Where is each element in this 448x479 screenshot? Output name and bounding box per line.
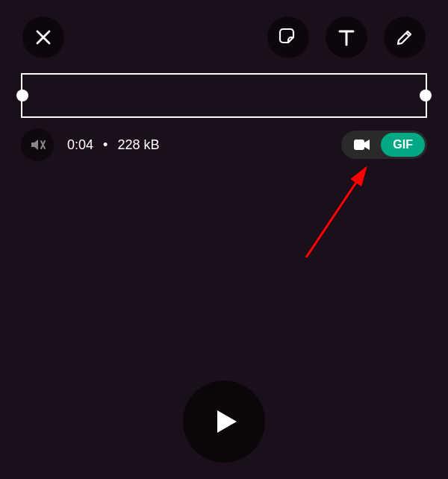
- top-toolbar: [0, 15, 448, 60]
- play-icon: [207, 404, 241, 439]
- svg-rect-0: [354, 140, 364, 150]
- duration-text: 0:04: [67, 137, 93, 152]
- svg-line-1: [306, 168, 366, 257]
- sticker-button[interactable]: [267, 16, 309, 58]
- toggle-video-option[interactable]: [343, 133, 381, 157]
- trim-handle-start[interactable]: [16, 90, 28, 101]
- video-icon: [354, 139, 370, 151]
- info-row: 0:04 • 228 kB GIF: [21, 128, 427, 161]
- close-icon: [34, 28, 52, 46]
- toggle-gif-option[interactable]: GIF: [381, 133, 425, 157]
- pencil-icon: [395, 28, 414, 47]
- gif-label: GIF: [393, 138, 413, 151]
- sticker-icon: [278, 27, 299, 48]
- text-tool-button[interactable]: [326, 16, 367, 58]
- filesize-text: 228 kB: [117, 137, 159, 152]
- annotation-arrow: [299, 160, 388, 265]
- mute-icon: [28, 136, 46, 154]
- meta-separator: •: [103, 137, 108, 152]
- trim-handle-end[interactable]: [420, 90, 432, 101]
- draw-tool-button[interactable]: [384, 16, 426, 58]
- video-trim-bar[interactable]: [21, 73, 427, 118]
- top-right-tools: [267, 16, 426, 58]
- video-gif-toggle[interactable]: GIF: [341, 131, 427, 159]
- mute-button[interactable]: [21, 128, 54, 161]
- video-meta: 0:04 • 228 kB: [67, 137, 159, 153]
- text-icon: [336, 27, 357, 48]
- close-button[interactable]: [22, 16, 64, 58]
- play-button[interactable]: [183, 381, 265, 463]
